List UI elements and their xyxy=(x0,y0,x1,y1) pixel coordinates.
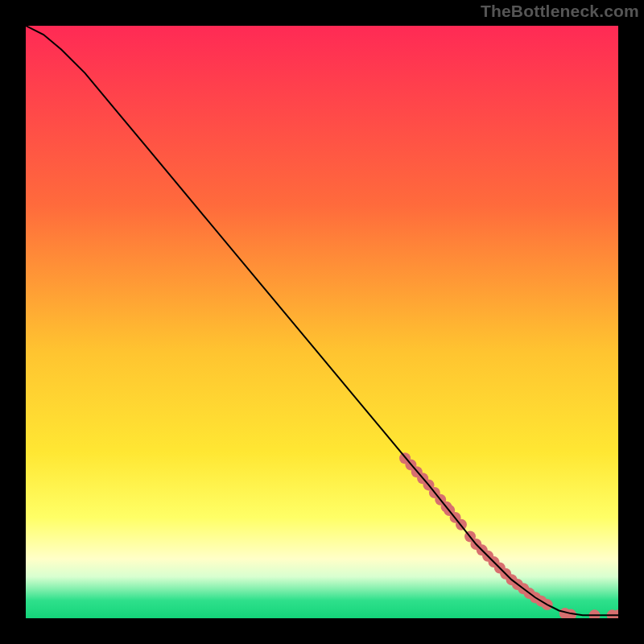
watermark-text: TheBottleneck.com xyxy=(481,2,639,21)
curve-line xyxy=(26,26,618,615)
chart-frame: TheBottleneck.com xyxy=(0,0,644,644)
plot-area xyxy=(26,26,618,618)
chart-svg xyxy=(26,26,618,618)
marker-group xyxy=(399,452,618,618)
marker-dot xyxy=(589,609,601,618)
